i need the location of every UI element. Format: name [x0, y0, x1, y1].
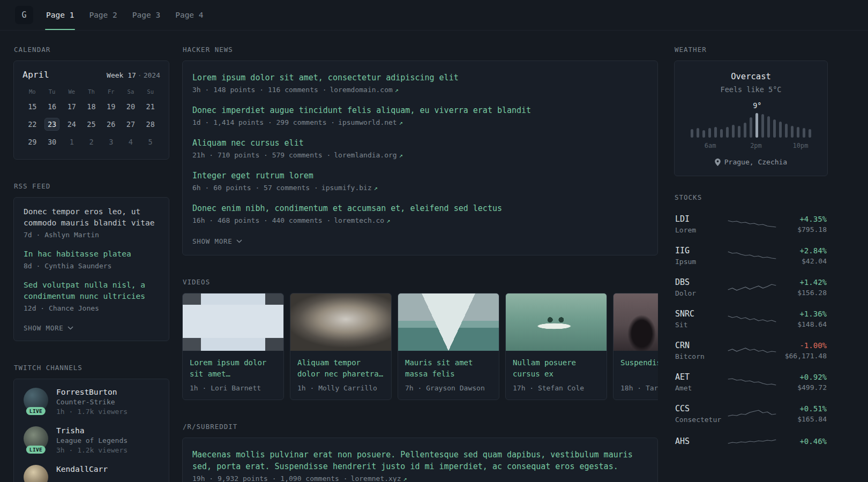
video-thumbnail[interactable] — [183, 293, 283, 351]
stock-price: $499.72 — [777, 383, 827, 391]
twitch-channel-category[interactable]: Counter-Strike — [56, 398, 128, 406]
hn-item-meta: 21h · 710 points · 579 comments ·loremla… — [192, 151, 648, 159]
video-card[interactable]: Mauris sit amet massa felis 7h · Grayson… — [398, 293, 499, 400]
video-thumbnail[interactable] — [506, 293, 607, 351]
video-thumbnail[interactable] — [398, 293, 499, 351]
weather-location: Prague, Czechia — [724, 158, 787, 166]
video-title[interactable]: Mauris sit amet massa felis — [405, 357, 492, 380]
external-link-icon: ↗ — [399, 119, 403, 126]
stock-symbol: IIG — [675, 246, 727, 255]
tab-page-2[interactable]: Page 2 — [88, 0, 118, 30]
rss-item-title[interactable]: In hac habitasse platea — [24, 248, 159, 260]
hn-item: Integer eget rutrum lorem 6h · 60 points… — [192, 170, 648, 192]
subreddit-card: Maecenas mollis pulvinar erat non posuer… — [182, 438, 658, 482]
video-card[interactable]: Suspendisse diam 18h · Tara — [613, 293, 658, 400]
twitch-channel-name[interactable]: Trisha — [56, 426, 128, 435]
show-more-label: SHOW MORE — [192, 237, 232, 245]
rss-item-title[interactable]: Sed volutpat nulla nisl, a condimentum n… — [24, 280, 159, 302]
tab-page-3[interactable]: Page 3 — [131, 0, 161, 30]
stock-sparkline — [727, 281, 777, 295]
calendar-day: 29 — [25, 135, 40, 148]
rss-item-title[interactable]: Donec tempor eros leo, ut commodo mauris… — [24, 206, 159, 229]
hn-item-title[interactable]: Donec enim nibh, condimentum et accumsan… — [192, 202, 648, 214]
hn-item: Lorem ipsum dolor sit amet, consectetur … — [192, 72, 648, 94]
video-title[interactable]: Aliquam tempor dolor nec pharetra… — [297, 357, 384, 380]
weather-tick-label: 6am — [705, 142, 716, 149]
hn-item-domain[interactable]: ipsumify.biz — [321, 184, 372, 192]
video-thumbnail[interactable] — [290, 293, 391, 351]
stock-change: +0.92% — [777, 373, 827, 381]
twitch-avatar-wrap — [24, 465, 48, 482]
show-more-button[interactable]: SHOW MORE — [24, 322, 73, 333]
hn-item-title[interactable]: Integer eget rutrum lorem — [192, 170, 648, 182]
reddit-post-title[interactable]: Maecenas mollis pulvinar erat non posuer… — [192, 449, 648, 472]
weather-chart: 9° 6am2pm10pm — [684, 101, 818, 150]
twitch-channel-category[interactable]: League of Legends — [56, 436, 128, 445]
hn-item: Donec imperdiet augue tincidunt felis al… — [192, 104, 648, 126]
hn-item-meta: 16h · 468 points · 440 comments ·loremte… — [192, 216, 648, 224]
twitch-channel-name[interactable]: KendallCarr — [56, 465, 108, 473]
twitch-widget: TWITCH CHANNELS LIVE ForrestBurton Count… — [13, 364, 169, 482]
reddit-post-domain[interactable]: loremnet.xyz — [351, 475, 401, 482]
stock-symbol: AET — [675, 372, 727, 382]
stock-row: IIG Ipsum +2.84% $42.04 — [674, 240, 828, 272]
twitch-channel-meta: 3h · 1.2k viewers — [56, 446, 128, 454]
twitch-channel-row[interactable]: LIVE Trisha League of Legends 3h · 1.2k … — [24, 426, 159, 454]
video-title[interactable]: Suspendisse diam — [620, 357, 658, 380]
stock-symbol: AHS — [675, 436, 727, 446]
tab-page-4[interactable]: Page 4 — [174, 0, 204, 30]
weekday-label: Fr — [108, 88, 115, 95]
weather-location-row: Prague, Czechia — [684, 158, 818, 166]
twitch-channel-name[interactable]: ForrestBurton — [56, 388, 128, 396]
weather-bar — [738, 126, 740, 138]
video-card[interactable]: Aliquam tempor dolor nec pharetra… 1h · … — [290, 293, 392, 400]
calendar-day: 16 — [44, 100, 59, 113]
video-thumbnail[interactable] — [613, 293, 658, 351]
avatar[interactable] — [24, 465, 48, 482]
video-meta: 18h · Tara — [620, 384, 658, 392]
weather-condition: Overcast — [684, 72, 818, 81]
hn-item-domain[interactable]: loremlandia.org — [334, 151, 396, 159]
weather-bar — [744, 123, 746, 138]
stocks-list: LDI Lorem +4.35% $795.18 IIG Ipsum — [674, 208, 828, 455]
dashboard-content: CALENDAR April Week 17·2024 Mo Tu We Th … — [0, 31, 868, 482]
weather-bar — [702, 130, 705, 138]
hn-item: Aliquam nec cursus elit 21h · 710 points… — [192, 137, 648, 159]
stock-symbol: SNRC — [675, 309, 727, 319]
hn-item-title[interactable]: Lorem ipsum dolor sit amet, consectetur … — [192, 72, 648, 84]
video-title[interactable]: Nullam posuere cursus ex — [513, 357, 600, 380]
calendar-day-next-month: 5 — [143, 135, 158, 148]
twitch-channel-meta: 1h · 1.7k viewers — [56, 408, 128, 416]
live-badge: LIVE — [26, 407, 46, 415]
weather-bar — [750, 117, 752, 138]
weekday-label: Sa — [128, 88, 134, 95]
video-card[interactable]: Nullam posuere cursus ex 17h · Stefan Co… — [505, 293, 607, 400]
calendar-day: 28 — [143, 118, 158, 131]
hn-item-stats: 21h · 710 points · 579 comments · — [192, 151, 331, 159]
show-more-button[interactable]: SHOW MORE — [192, 235, 242, 246]
twitch-avatar-wrap: LIVE — [24, 388, 48, 412]
stocks-widget: STOCKS LDI Lorem +4.35% $795.18 IIG — [674, 193, 828, 455]
stock-price: $156.28 — [777, 289, 827, 297]
twitch-channel-row[interactable]: LIVE ForrestBurton Counter-Strike 1h · 1… — [24, 388, 159, 416]
hackernews-title: HACKER NEWS — [183, 46, 658, 54]
hn-item-domain[interactable]: loremtech.co — [334, 216, 384, 224]
stock-symbol: DBS — [675, 277, 727, 287]
stock-id: IIG Ipsum — [675, 246, 727, 266]
video-title[interactable]: Lorem ipsum dolor sit amet consectetu… — [190, 357, 276, 380]
calendar-day: 24 — [64, 118, 79, 131]
app-logo[interactable]: G — [15, 6, 33, 24]
hn-item-title[interactable]: Donec imperdiet augue tincidunt felis al… — [192, 104, 648, 116]
video-card[interactable]: Lorem ipsum dolor sit amet consectetu… 1… — [182, 293, 284, 400]
twitch-channel-row[interactable]: KendallCarr — [24, 465, 159, 482]
reddit-post: Maecenas mollis pulvinar erat non posuer… — [192, 449, 648, 482]
hn-item-domain[interactable]: ipsumworld.net — [338, 118, 397, 126]
tab-page-1[interactable]: Page 1 — [45, 0, 75, 30]
location-pin-icon — [715, 159, 721, 166]
hn-item-domain[interactable]: loremdomain.com — [330, 86, 392, 94]
show-more-label: SHOW MORE — [24, 324, 63, 332]
calendar-day: 26 — [103, 118, 118, 131]
calendar-day: 19 — [103, 100, 118, 113]
hn-item-title[interactable]: Aliquam nec cursus elit — [192, 137, 648, 149]
stock-name: Dolor — [675, 289, 727, 297]
